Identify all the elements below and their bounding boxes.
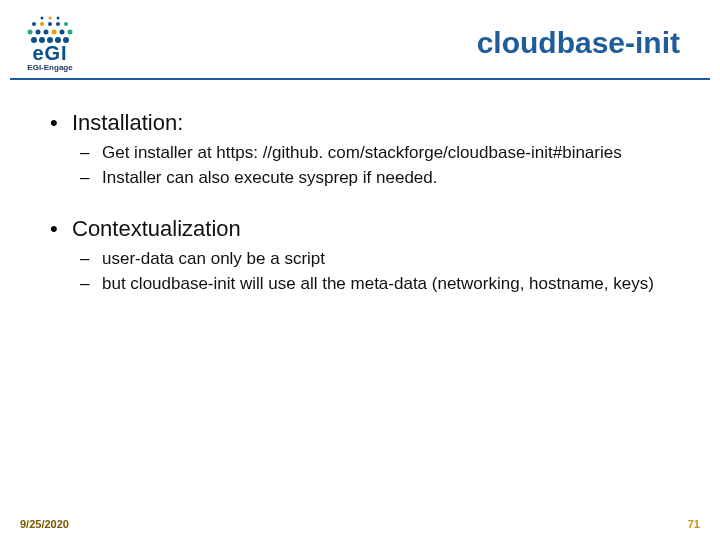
slide-body: Installation: Get installer at https: //… xyxy=(0,80,720,296)
footer-date: 9/25/2020 xyxy=(20,518,69,530)
svg-point-10 xyxy=(68,30,73,35)
page-number: 71 xyxy=(688,518,700,530)
svg-point-9 xyxy=(60,30,65,35)
svg-point-18 xyxy=(57,17,60,20)
slide-title: cloudbase-init xyxy=(477,26,680,60)
sub-bullet: but cloudbase-init will use all the meta… xyxy=(80,273,690,296)
slide-header: eGI EGI-Engage cloudbase-init xyxy=(0,0,720,78)
svg-point-8 xyxy=(52,30,57,35)
svg-point-13 xyxy=(48,22,52,26)
svg-point-15 xyxy=(64,22,68,26)
sub-bullet: Get installer at https: //github. com/st… xyxy=(80,142,690,165)
svg-point-17 xyxy=(49,17,52,20)
sub-bullet: user-data can only be a script xyxy=(80,248,690,271)
logo-text: eGI xyxy=(32,42,67,65)
svg-point-6 xyxy=(36,30,41,35)
svg-point-14 xyxy=(56,22,60,26)
logo: eGI EGI-Engage xyxy=(14,14,86,72)
svg-point-16 xyxy=(41,17,44,20)
svg-point-7 xyxy=(44,30,49,35)
bullet-label: Installation: xyxy=(72,110,183,135)
bullet-item: Installation: Get installer at https: //… xyxy=(50,110,690,190)
svg-point-11 xyxy=(32,22,36,26)
sub-bullet: Installer can also execute sysprep if ne… xyxy=(80,167,690,190)
svg-point-5 xyxy=(28,30,33,35)
slide-footer: 9/25/2020 71 xyxy=(0,518,720,530)
bullet-label: Contextualization xyxy=(72,216,241,241)
svg-point-12 xyxy=(40,22,44,26)
bullet-item: Contextualization user-data can only be … xyxy=(50,216,690,296)
logo-subtext: EGI-Engage xyxy=(27,63,72,72)
